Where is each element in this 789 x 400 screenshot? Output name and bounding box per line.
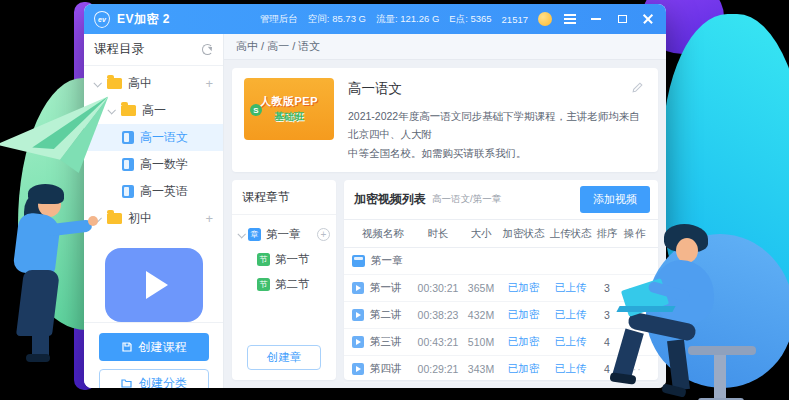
- table-group-row[interactable]: 第一章: [344, 248, 658, 275]
- create-category-button[interactable]: 创建分类: [99, 369, 209, 388]
- sidebar: 课程目录 高中 + 高一 高一语文: [84, 34, 224, 388]
- videos-subtitle: 高一语文/第一章: [432, 193, 501, 206]
- minimize-button[interactable]: [588, 11, 604, 27]
- chapters-title: 课程章节: [232, 180, 336, 215]
- table-row[interactable]: 第三讲 00:43:21 510M 已加密 已上传 4 ···: [344, 329, 658, 356]
- cover-subtitle: 基础班: [274, 110, 304, 124]
- course-info-card: 人教版PEP 基础班 S 高一语文 2021-2022年度高一语文同步基础下学期…: [232, 68, 658, 172]
- points-extra-stat: 21517: [502, 14, 528, 25]
- folder-icon: [107, 213, 122, 224]
- col-duration: 时长: [414, 227, 462, 241]
- app-title: EV加密 2: [117, 11, 170, 28]
- course-book-icon: [122, 185, 134, 198]
- section-badge-icon: 节: [257, 253, 270, 266]
- section-node[interactable]: 节 第一节: [238, 247, 330, 272]
- col-upload: 上传状态: [547, 227, 594, 241]
- folder-outline-icon: [120, 377, 133, 388]
- chapter-node[interactable]: 章 第一章 +: [238, 222, 330, 247]
- tree-node-label: 高一数学: [140, 156, 188, 173]
- videos-panel: 加密视频列表 高一语文/第一章 添加视频 视频名称 时长 大小 加密状态 上传状…: [344, 180, 658, 380]
- admin-console-link[interactable]: 管理后台: [260, 13, 298, 26]
- left-person-illustration: [0, 186, 96, 364]
- chapter-label: 第一章: [266, 227, 301, 242]
- edit-icon[interactable]: [631, 80, 644, 98]
- course-book-icon: [122, 131, 134, 144]
- section-badge-icon: 节: [257, 278, 270, 291]
- create-chapter-button[interactable]: 创建章: [247, 345, 321, 370]
- chevron-down-icon[interactable]: [237, 230, 245, 238]
- breadcrumb: 高中 / 高一 / 语文: [224, 34, 666, 60]
- tree-node-label: 高中: [128, 75, 152, 92]
- cover-title: 人教版PEP: [260, 94, 318, 109]
- folder-icon: [107, 78, 122, 89]
- upload-status: 已上传: [547, 308, 594, 322]
- encrypt-status: 已加密: [500, 362, 547, 376]
- col-encrypt: 加密状态: [500, 227, 547, 241]
- col-name: 视频名称: [352, 227, 414, 241]
- encrypt-status: 已加密: [500, 308, 547, 322]
- create-course-button[interactable]: 创建课程: [99, 333, 209, 361]
- chapter-badge-icon: 章: [248, 228, 261, 241]
- upload-status: 已上传: [547, 335, 594, 349]
- right-person-illustration: [612, 222, 789, 400]
- tree-node-label: 高一: [142, 102, 166, 119]
- videos-title: 加密视频列表: [354, 191, 426, 208]
- add-section-icon[interactable]: +: [317, 228, 330, 241]
- main-area: 高中 / 高一 / 语文 人教版PEP 基础班 S 高一语文 2021-2022…: [224, 34, 666, 388]
- add-node-icon[interactable]: +: [205, 212, 213, 225]
- points-stat: E点: 5365: [449, 13, 491, 26]
- play-icon: [352, 282, 364, 294]
- traffic-stat: 流量: 121.26 G: [376, 13, 439, 26]
- upload-status: 已上传: [547, 281, 594, 295]
- section-label: 第一节: [275, 252, 310, 267]
- add-node-icon[interactable]: +: [205, 77, 213, 90]
- video-play-illustration: [105, 248, 203, 322]
- maximize-button[interactable]: [614, 11, 630, 27]
- folder-icon: [352, 255, 365, 267]
- cover-badge: S: [250, 104, 262, 116]
- play-icon: [352, 309, 364, 321]
- title-bar[interactable]: ev EV加密 2 管理后台 空间: 85.73 G 流量: 121.26 G …: [84, 4, 666, 34]
- table-header: 视频名称 时长 大小 加密状态 上传状态 排序 操作: [344, 219, 658, 248]
- user-avatar[interactable]: [538, 12, 552, 26]
- chevron-down-icon[interactable]: [93, 79, 101, 87]
- app-window: ev EV加密 2 管理后台 空间: 85.73 G 流量: 121.26 G …: [84, 4, 666, 388]
- encrypt-status: 已加密: [500, 335, 547, 349]
- upload-status: 已上传: [547, 362, 594, 376]
- folder-icon: [121, 105, 136, 116]
- section-label: 第二节: [275, 277, 310, 292]
- course-title: 高一语文: [348, 80, 646, 98]
- create-course-label: 创建课程: [139, 339, 187, 356]
- space-stat: 空间: 85.73 G: [308, 13, 366, 26]
- create-category-label: 创建分类: [139, 375, 187, 389]
- table-row[interactable]: 第五讲 00:34:32 383M 已加密 已上传 12 ···: [344, 383, 658, 388]
- play-icon: [352, 336, 364, 348]
- videos-table: 视频名称 时长 大小 加密状态 上传状态 排序 操作 第一章: [344, 219, 658, 380]
- add-video-button[interactable]: 添加视频: [580, 186, 650, 213]
- tree-node-yingyu[interactable]: 高一英语: [84, 178, 223, 205]
- table-row[interactable]: 第二讲 00:38:23 432M 已加密 已上传 3 ···: [344, 302, 658, 329]
- tree-node-label: 高一语文: [140, 129, 188, 146]
- close-button[interactable]: [640, 11, 656, 27]
- refresh-icon[interactable]: [202, 44, 213, 55]
- col-size: 大小: [462, 227, 500, 241]
- play-icon: [146, 271, 168, 299]
- save-icon: [121, 341, 133, 353]
- course-description: 2021-2022年度高一语文同步基础下学期课程，主讲老师均来自北京四中、人大附…: [348, 107, 646, 162]
- tree-node-chuzhong[interactable]: 初中 +: [84, 205, 223, 232]
- tree-node-gaozhong[interactable]: 高中 +: [84, 70, 223, 97]
- app-shield-logo-icon: ev: [94, 11, 110, 28]
- course-directory-title: 课程目录: [94, 41, 144, 58]
- course-description-line1: 2021-2022年度高一语文同步基础下学期课程，主讲老师均来自北京四中、人大附: [348, 107, 646, 144]
- encrypt-status: 已加密: [500, 281, 547, 295]
- menu-icon[interactable]: [562, 11, 578, 27]
- play-icon: [352, 363, 364, 375]
- course-description-line2: 中等全国名校。如需购买请联系我们。: [348, 144, 646, 162]
- chapters-panel: 课程章节 章 第一章 + 节 第一节: [232, 180, 336, 380]
- tree-node-label: 初中: [128, 210, 152, 227]
- table-row[interactable]: 第一讲 00:30:21 365M 已加密 已上传 3 ···: [344, 275, 658, 302]
- tree-node-label: 高一英语: [140, 183, 188, 200]
- group-label: 第一章: [371, 254, 403, 268]
- course-cover-image: 人教版PEP 基础班 S: [244, 78, 334, 140]
- section-node[interactable]: 节 第二节: [238, 272, 330, 297]
